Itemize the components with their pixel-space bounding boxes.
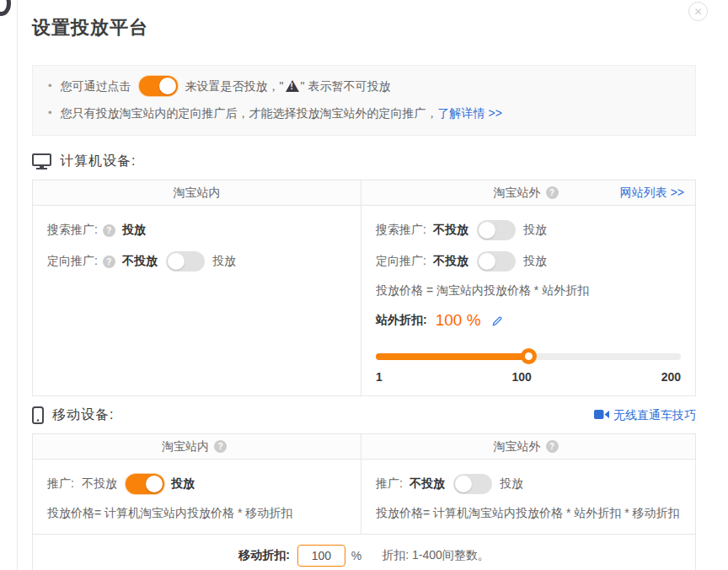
targeted-on-label: 投放 <box>212 254 236 269</box>
mobile-onsite-promo-toggle[interactable] <box>126 474 164 494</box>
video-camera-icon <box>594 409 609 422</box>
wireless-tips-link[interactable]: 无线直通车技巧 <box>594 408 696 423</box>
promo-label: 推广: <box>376 476 403 492</box>
computer-icon <box>32 153 51 170</box>
warning-icon <box>286 80 299 92</box>
targeted-off-label: 不投放 <box>433 254 468 269</box>
mobile-table-body: 推广: 不投放 投放 投放价格= 计算机淘宝站内投放价格 * 移动折扣 推广: … <box>33 460 695 534</box>
computer-table-header: 淘宝站内 淘宝站外 ? 网站列表 >> <box>33 180 695 206</box>
notice2-text: 您只有投放淘宝站内的定向推广后，才能选择投放淘宝站外的定向推广， <box>61 103 438 123</box>
example-toggle[interactable] <box>139 76 178 96</box>
targeted-on-label: 投放 <box>523 254 547 269</box>
offsite-discount-label: 站外折扣: <box>376 313 427 328</box>
mobile-icon <box>32 406 44 424</box>
help-icon[interactable]: ? <box>214 440 227 453</box>
slider-mid-label: 100 <box>512 370 532 384</box>
slider-fill <box>376 353 528 360</box>
mobile-onsite-promo-row: 推广: 不投放 投放 <box>47 472 346 496</box>
mobile-onsite-cell: 推广: 不投放 投放 投放价格= 计算机淘宝站内投放价格 * 移动折扣 <box>33 460 361 534</box>
mobile-offsite-price-formula: 投放价格= 计算机淘宝站内投放价格 * 站外折扣 * 移动折扣 <box>376 503 681 522</box>
wireless-tips-label: 无线直通车技巧 <box>613 408 696 423</box>
computer-offsite-targeted-row: 定向推广: 不投放 投放 <box>376 250 681 273</box>
mobile-discount-line: 移动折扣: % 折扣: 1-400间整数。 <box>33 544 695 567</box>
computer-onsite-header-label: 淘宝站内 <box>174 186 221 201</box>
mobile-offsite-promo-row: 推广: 不投放 投放 <box>376 472 681 496</box>
notice-line-2: • 您只有投放淘宝站内的定向推广后，才能选择投放淘宝站外的定向推广， 了解详情 … <box>48 103 680 123</box>
dialog-content: 设置投放平台 • 您可通过点击 来设置是否投放，" " 表示暂不可投放 • 您只… <box>32 0 696 570</box>
help-icon[interactable]: ? <box>103 255 115 268</box>
discount-hint: 折扣: 1-400间整数。 <box>382 548 490 563</box>
computer-table-body: 搜索推广: ? 投放 定向推广: ? 不投放 投放 搜索推广: <box>33 206 695 395</box>
mobile-section-header: 移动设备: 无线直通车技巧 <box>32 406 696 424</box>
background-fragment <box>0 0 11 16</box>
learn-more-link[interactable]: 了解详情 >> <box>438 103 502 123</box>
toggle-knob <box>146 476 163 492</box>
bullet-icon: • <box>48 76 52 96</box>
mobile-table-header: 淘宝站内 ? 淘宝站外 ? <box>33 434 695 460</box>
slider-thumb[interactable] <box>521 348 537 364</box>
mobile-discount-label: 移动折扣: <box>238 548 290 563</box>
promo-label: 推广: <box>47 476 74 492</box>
computer-section-title: 计算机设备: <box>60 153 136 170</box>
computer-offsite-header: 淘宝站外 ? 网站列表 >> <box>361 180 695 205</box>
dialog-set-platform: ✕ 设置投放平台 • 您可通过点击 来设置是否投放，" " 表示暂不可投放 • … <box>0 0 728 570</box>
mobile-discount-row: 移动折扣: % 折扣: 1-400间整数。 1 200 400 <box>33 534 695 570</box>
computer-offsite-header-label: 淘宝站外 <box>494 186 541 201</box>
offsite-slider-labels: 1 100 200 <box>376 370 681 384</box>
computer-onsite-targeted-row: 定向推广: ? 不投放 投放 <box>47 250 346 273</box>
panel-left-divider <box>17 0 18 570</box>
page-title: 设置投放平台 <box>32 15 696 40</box>
targeted-off-label: 不投放 <box>122 254 158 269</box>
toggle-knob <box>159 78 176 94</box>
percent-sign: % <box>351 549 361 562</box>
mobile-offsite-header: 淘宝站外 ? <box>361 434 695 459</box>
promo-off-label: 不投放 <box>410 476 445 492</box>
website-list-wrap: 网站列表 >> <box>620 180 684 206</box>
mobile-onsite-price-formula: 投放价格= 计算机淘宝站内投放价格 * 移动折扣 <box>47 503 346 522</box>
computer-onsite-cell: 搜索推广: ? 投放 定向推广: ? 不投放 投放 <box>33 206 361 395</box>
help-icon[interactable]: ? <box>546 186 559 199</box>
toggle-knob <box>479 253 495 270</box>
toggle-knob <box>455 476 472 492</box>
mobile-table: 淘宝站内 ? 淘宝站外 ? 推广: 不投放 投放 投放价格= 计算机淘宝站内投 <box>32 433 696 570</box>
targeted-promo-label: 定向推广: <box>47 254 98 269</box>
notice-box: • 您可通过点击 来设置是否投放，" " 表示暂不可投放 • 您只有投放淘宝站内… <box>32 65 696 136</box>
slider-min-label: 1 <box>376 370 383 384</box>
edit-pencil-icon[interactable] <box>491 315 504 327</box>
search-on-label: 投放 <box>523 223 547 238</box>
mobile-onsite-header-label: 淘宝站内 <box>162 439 209 454</box>
search-off-label: 不投放 <box>433 223 468 238</box>
computer-table: 淘宝站内 淘宝站外 ? 网站列表 >> 搜索推广: ? 投放 <box>32 180 696 396</box>
search-promo-label: 搜索推广: <box>376 223 426 238</box>
bullet-icon: • <box>48 103 52 123</box>
promo-on-label: 投放 <box>500 476 523 492</box>
computer-offsite-targeted-toggle[interactable] <box>477 251 516 272</box>
targeted-promo-label: 定向推广: <box>376 254 426 269</box>
offsite-price-formula: 投放价格 = 淘宝站内投放价格 * 站外折扣 <box>376 281 681 299</box>
website-list-link[interactable]: 网站列表 >> <box>620 186 684 201</box>
computer-onsite-search-row: 搜索推广: ? 投放 <box>47 218 346 242</box>
mobile-offsite-header-label: 淘宝站外 <box>494 439 541 454</box>
promo-off-label: 不投放 <box>82 476 117 492</box>
mobile-discount-input[interactable] <box>297 545 345 567</box>
notice-line-1: • 您可通过点击 来设置是否投放，" " 表示暂不可投放 <box>48 76 680 96</box>
computer-onsite-targeted-toggle[interactable] <box>166 251 205 272</box>
computer-offsite-cell: 搜索推广: 不投放 投放 定向推广: 不投放 投放 投放价格 = 淘宝站内投放价… <box>361 206 695 395</box>
help-icon[interactable]: ? <box>103 224 115 237</box>
toggle-knob <box>479 222 495 239</box>
computer-offsite-search-toggle[interactable] <box>477 220 516 240</box>
notice1-prefix: 您可通过点击 <box>61 76 131 96</box>
computer-offsite-search-row: 搜索推广: 不投放 投放 <box>376 218 681 242</box>
mobile-offsite-promo-toggle[interactable] <box>453 474 492 494</box>
offsite-discount-slider[interactable] <box>376 348 681 364</box>
slider-max-label: 200 <box>661 370 681 384</box>
notice1-middle: 来设置是否投放，" <box>185 76 284 96</box>
mobile-offsite-cell: 推广: 不投放 投放 投放价格= 计算机淘宝站内投放价格 * 站外折扣 * 移动… <box>361 460 695 534</box>
mobile-onsite-header: 淘宝站内 ? <box>33 434 361 459</box>
notice1-end: " 表示暂不可投放 <box>301 76 391 96</box>
offsite-discount-row: 站外折扣: 100 % <box>376 309 681 331</box>
toggle-knob <box>168 253 185 270</box>
search-promo-label: 搜索推广: <box>47 223 98 238</box>
help-icon[interactable]: ? <box>546 440 559 453</box>
search-promo-state: 投放 <box>122 223 146 238</box>
